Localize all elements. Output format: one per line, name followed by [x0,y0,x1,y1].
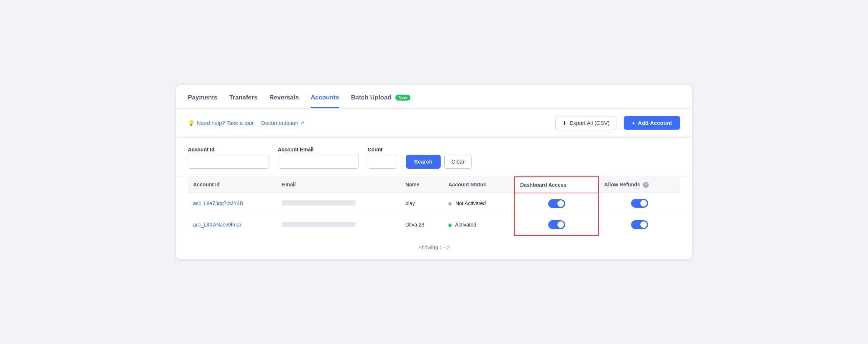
download-icon: ⬇ [562,120,567,126]
email-placeholder [282,200,356,206]
account-email-label: Account Email [278,147,359,152]
account-id-link[interactable]: acc_LiIXANJev9fmcx [193,222,242,228]
col-account-status: Account Status [443,177,515,193]
clear-button[interactable]: Clear [444,155,472,169]
accounts-table: Account Id Email Name Account Status Das… [188,176,680,236]
new-badge: New [395,95,410,101]
account-email-filter: Account Email [278,147,359,169]
cell-allow-refunds [599,193,680,214]
lightbulb-icon: 💡 [188,120,195,126]
filter-buttons: Search Clear [406,155,472,169]
add-account-button[interactable]: + Add Account [624,116,680,130]
cell-account-id: acc_LiIe73gq7cMY4B [188,193,277,214]
count-filter: Count 25 [368,147,397,169]
tab-payments[interactable]: Payments [188,94,217,108]
help-tour-link[interactable]: 💡 Need help? Take a tour [188,120,254,126]
table-row: acc_LiIXANJev9fmcx Ditva 23 Activated [188,214,680,235]
col-email: Email [277,177,400,193]
cell-email [277,193,400,214]
toggle-thumb [557,221,564,228]
table-row: acc_LiIe73gq7cMY4B olay Not Activated [188,193,680,214]
export-csv-button[interactable]: ⬇ Export All (CSV) [555,116,616,130]
main-card: Payments Transfers Reversals Accounts Ba… [176,85,692,259]
tab-reversals[interactable]: Reversals [269,94,299,108]
cell-status: Not Activated [443,193,515,214]
col-allow-refunds: Allow Refunds ? [599,177,680,193]
cell-name: olay [400,193,443,214]
account-id-filter: Account Id [188,147,269,169]
search-button[interactable]: Search [406,155,441,169]
dashboard-access-toggle-wrap [520,199,594,208]
showing-text: Showing 1 - 2 [418,245,450,250]
allow-refunds-toggle[interactable] [631,199,648,208]
accounts-table-wrap: Account Id Email Name Account Status Das… [176,176,692,236]
dashboard-access-toggle-wrap [520,220,594,229]
dashboard-access-toggle[interactable] [548,220,565,229]
allow-refunds-help-icon[interactable]: ? [643,182,649,188]
table-footer: Showing 1 - 2 [176,236,692,259]
plus-icon: + [632,120,635,126]
count-input[interactable]: 25 [368,155,397,169]
documentation-link[interactable]: Documentation ↗ [261,120,304,126]
account-id-link[interactable]: acc_LiIe73gq7cMY4B [193,200,243,206]
toolbar: 💡 Need help? Take a tour Documentation ↗… [176,109,692,138]
toggle-thumb [557,200,564,207]
cell-dashboard-access [515,193,599,214]
cell-dashboard-access [515,214,599,235]
col-dashboard-access: Dashboard Access [515,177,599,193]
cell-allow-refunds [599,214,680,235]
status-dot-grey [448,202,452,206]
cell-account-id: acc_LiIXANJev9fmcx [188,214,277,235]
tab-accounts[interactable]: Accounts [311,94,339,108]
tab-transfers[interactable]: Transfers [229,94,258,108]
dashboard-access-toggle[interactable] [548,199,565,208]
filter-section: Account Id Account Email Count 25 Search… [176,138,692,176]
email-placeholder [282,222,356,227]
col-account-id: Account Id [188,177,277,193]
cell-email [277,214,400,235]
status-dot-green [448,224,452,227]
table-header-row: Account Id Email Name Account Status Das… [188,177,680,193]
account-email-input[interactable] [278,155,359,169]
account-id-label: Account Id [188,147,269,152]
cell-status: Activated [443,214,515,235]
allow-refunds-toggle-wrap [604,199,675,208]
allow-refunds-toggle[interactable] [631,220,648,229]
count-label: Count [368,147,397,152]
tab-bar: Payments Transfers Reversals Accounts Ba… [176,85,692,109]
cell-name: Ditva 23 [400,214,443,235]
external-link-icon: ↗ [300,120,304,126]
col-name: Name [400,177,443,193]
tab-batch-upload[interactable]: Batch Upload New [351,94,410,108]
allow-refunds-toggle-wrap [604,220,675,229]
account-id-input[interactable] [188,155,269,169]
